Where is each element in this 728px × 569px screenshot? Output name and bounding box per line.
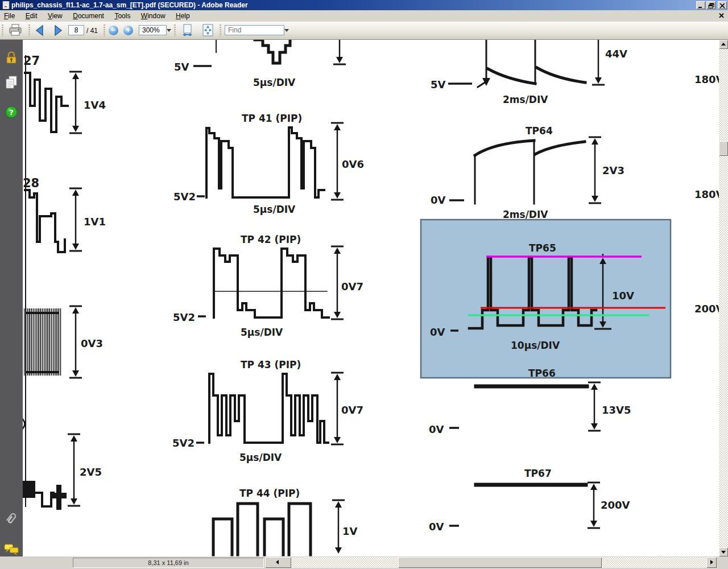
waveform-2v5: 2V5	[23, 434, 102, 510]
baseline-label: 5V	[174, 61, 189, 73]
baseline-label: 0V	[429, 521, 444, 533]
amplitude-label: 1V4	[84, 99, 106, 111]
find-input[interactable]	[225, 25, 284, 35]
page-number-input[interactable]	[68, 25, 84, 35]
amplitude-label: 0V6	[342, 158, 364, 170]
pages-panel-icon[interactable]	[4, 75, 19, 90]
attachments-paperclip-icon[interactable]	[4, 511, 19, 526]
waveform-middle-top: 5V 5µs/DIV	[174, 40, 346, 88]
pdf-page[interactable]: 27 1V4 28 1V1	[23, 40, 719, 556]
zoom-level-field[interactable]: 300%	[139, 25, 167, 35]
zoom-in-button[interactable]: +	[123, 26, 133, 35]
amplitude-label: 1V1	[84, 216, 106, 228]
baseline-label: 5V2	[173, 191, 196, 203]
waveform-28: 28 1V1	[23, 176, 106, 252]
menu-tools[interactable]: Tools	[110, 10, 134, 22]
security-lock-icon[interactable]	[4, 50, 19, 65]
vertical-scrollbar[interactable]	[719, 40, 728, 556]
zoom-out-button[interactable]: −	[109, 26, 118, 35]
title-bar[interactable]: philips_chassis_fl1.1-ac_1.7-aa_sm_[ET].…	[0, 0, 728, 10]
comments-icon[interactable]	[4, 543, 19, 556]
page-dimensions-panel: 8,31 x 11,69 in	[73, 558, 264, 568]
testpoint-title: TP64	[526, 125, 553, 137]
margin-voltage-label: 180V	[694, 188, 719, 200]
menu-bar: File Edit View Document Tools Window Hel…	[0, 10, 728, 22]
margin-voltage-label: 200V	[694, 303, 719, 315]
amplitude-label: 13V5	[602, 404, 631, 416]
testpoint-title: TP67	[524, 468, 552, 479]
scroll-up-button[interactable]	[719, 40, 728, 49]
testpoint-title: TP 42 (PIP)	[241, 234, 301, 245]
pdf-file-icon	[2, 1, 10, 9]
next-page-button[interactable]	[50, 23, 65, 38]
baseline-label: 5V	[431, 79, 446, 90]
minimize-button[interactable]	[696, 1, 705, 9]
fit-width-button[interactable]	[181, 23, 196, 38]
page-count-label: / 41	[86, 27, 98, 41]
margin-voltage-label: 180V	[694, 73, 719, 85]
zoom-dropdown-icon[interactable]	[167, 29, 171, 32]
menu-view[interactable]: View	[44, 10, 67, 22]
menu-edit[interactable]: Edit	[22, 10, 42, 22]
menu-document[interactable]: Document	[69, 10, 108, 22]
toolbar-separator	[104, 24, 105, 36]
waveform-tp44: TP 44 (PIP) 1V	[213, 488, 358, 555]
amplitude-label: 1V	[342, 525, 358, 537]
scroll-right-button[interactable]	[706, 557, 717, 568]
scroll-down-button[interactable]	[719, 547, 728, 556]
close-button[interactable]	[718, 1, 727, 9]
help-icon[interactable]: ?	[4, 105, 19, 119]
amplitude-label: 0V7	[341, 404, 363, 416]
waveform-right-top: 44V 5V 2ms/DIV 180V	[431, 40, 719, 105]
testpoint-title: TP 41 (PIP)	[242, 113, 302, 124]
menu-file[interactable]: File	[0, 10, 19, 22]
waveform-tp42: TP 42 (PIP) 0V7 5V2 5µs/DIV	[173, 234, 363, 338]
waveform-burst: 0V3	[24, 306, 103, 378]
waveform-ref-label: 27	[23, 54, 40, 68]
close-icon	[719, 3, 725, 9]
toolbar: / 41 − + 300%	[0, 22, 728, 40]
toolbar-grip	[2, 24, 3, 36]
baseline-label: 0V	[429, 423, 444, 435]
horizontal-scroll-thumb[interactable]	[398, 557, 602, 568]
waveform-tp64: TP64 2V3 0V 2ms/DIV 180V	[431, 125, 719, 220]
amplitude-label: 2V3	[602, 164, 624, 176]
fit-width-icon	[181, 23, 195, 37]
status-bar: 8,31 x 11,69 in	[0, 556, 728, 569]
scroll-right-icon	[710, 560, 713, 564]
vertical-scroll-thumb[interactable]	[719, 141, 728, 156]
find-dropdown-icon[interactable]	[284, 29, 289, 32]
testpoint-title: TP65	[529, 242, 556, 254]
adobe-reader-window: philips_chassis_fl1.1-ac_1.7-aa_sm_[ET].…	[0, 0, 728, 569]
scan-edge-line	[23, 56, 26, 506]
timebase-label: 5µs/DIV	[253, 77, 296, 88]
scroll-up-icon	[721, 43, 726, 46]
amplitude-label: 10V	[612, 290, 634, 302]
scroll-down-icon	[721, 551, 726, 554]
baseline-label: 5V2	[173, 311, 195, 323]
menu-window[interactable]: Window	[137, 10, 169, 22]
timebase-label: 2ms/DIV	[503, 209, 548, 220]
waveform-diagram: 27 1V4 28 1V1	[23, 40, 719, 556]
toolbar-separator	[28, 24, 30, 36]
timebase-label: 10µs/DIV	[511, 340, 560, 351]
baseline-label: 0V	[430, 326, 445, 338]
timebase-label: 2ms/DIV	[503, 94, 548, 105]
close-document-icon[interactable]: ✕	[718, 11, 725, 20]
print-button[interactable]	[8, 23, 25, 38]
fit-page-button[interactable]	[201, 23, 216, 38]
horizontal-scrollbar[interactable]	[291, 557, 706, 568]
restore-button[interactable]	[706, 1, 715, 9]
amplitude-label: 0V3	[81, 337, 103, 349]
fit-page-icon	[201, 23, 215, 37]
printer-icon	[8, 23, 23, 37]
timebase-label: 5µs/DIV	[239, 452, 282, 463]
amplitude-label: 44V	[605, 48, 627, 60]
testpoint-title: TP 43 (PIP)	[241, 359, 301, 370]
window-title: philips_chassis_fl1.1-ac_1.7-aa_sm_[ET].…	[11, 0, 248, 10]
toolbar-separator	[174, 24, 176, 36]
menu-help[interactable]: Help	[172, 10, 194, 22]
amplitude-label: 200V	[601, 499, 630, 511]
previous-page-button[interactable]	[33, 23, 48, 38]
scroll-left-button[interactable]	[265, 557, 291, 568]
